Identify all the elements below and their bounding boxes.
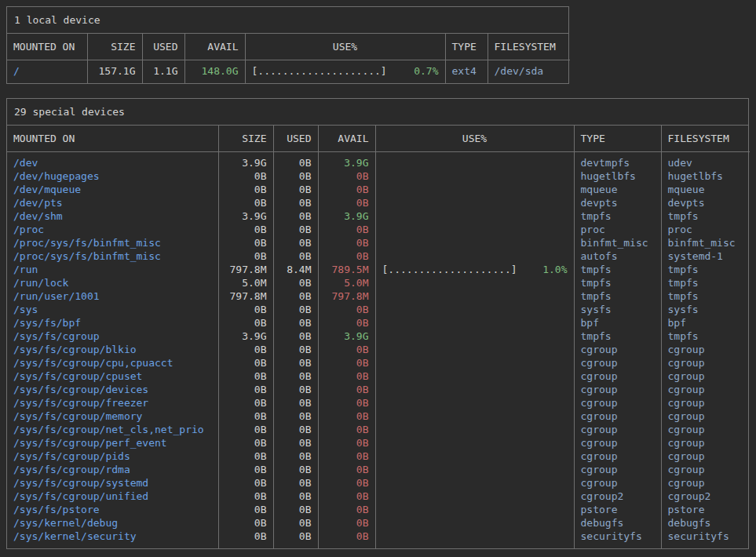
table-row: /run797.8M8.4M789.5M[...................… <box>7 263 750 276</box>
table-row: /dev/shm3.9G0B3.9Gtmpfstmpfs <box>7 209 750 223</box>
type-cell: ext4 <box>445 60 488 84</box>
type-cell: hugetlbfs <box>574 169 661 183</box>
table-row: /sys/fs/bpf0B0B0Bbpfbpf <box>7 316 750 329</box>
usage-cell <box>375 276 574 289</box>
table-row: /sys/fs/cgroup/perf_event0B0B0Bcgroupcgr… <box>7 436 750 450</box>
usage-bar: [....................] <box>382 263 517 276</box>
size-cell: 0B <box>218 463 273 476</box>
usage-cell <box>375 236 574 249</box>
mount-cell: /sys/fs/pstore <box>7 503 218 516</box>
used-cell: 0B <box>273 152 318 170</box>
filesystem-cell: /dev/sda <box>488 60 570 84</box>
col-header-type: TYPE <box>574 126 661 152</box>
usage-cell <box>375 303 574 316</box>
table-row: /dev/mqueue0B0B0Bmqueuemqueue <box>7 183 750 196</box>
mount-cell: /run/user/1001 <box>7 289 218 303</box>
table-row: /sys/fs/cgroup/pids0B0B0Bcgroupcgroup <box>7 450 750 463</box>
used-cell: 1.1G <box>142 60 184 84</box>
used-cell: 0B <box>273 169 318 183</box>
used-cell: 0B <box>273 436 318 450</box>
filesystem-cell: mqueue <box>661 183 750 196</box>
mount-cell: /sys/kernel/security <box>7 530 218 548</box>
avail-cell: 0B <box>318 223 375 236</box>
usage-cell <box>375 516 574 530</box>
mount-cell: /proc/sys/fs/binfmt_misc <box>7 236 218 249</box>
usage-cell <box>375 169 574 183</box>
filesystem-cell: udev <box>661 152 750 170</box>
type-cell: devpts <box>574 196 661 209</box>
table-row: /sys/fs/cgroup/cpuset0B0B0Bcgroupcgroup <box>7 370 750 383</box>
type-cell: debugfs <box>574 516 661 530</box>
col-header-size: SIZE <box>218 126 273 152</box>
size-cell: 0B <box>218 370 273 383</box>
filesystem-cell: cgroup <box>661 410 750 423</box>
usage-cell <box>375 436 574 450</box>
avail-cell: 0B <box>318 343 375 356</box>
usage-cell <box>375 410 574 423</box>
col-header-used: USED <box>142 34 184 60</box>
table-row: /sys/fs/cgroup/net_cls,net_prio0B0B0Bcgr… <box>7 423 750 436</box>
table-row: /run/lock5.0M0B5.0Mtmpfstmpfs <box>7 276 750 289</box>
usage-cell <box>375 196 574 209</box>
avail-cell: 0B <box>318 383 375 396</box>
type-cell: cgroup <box>574 396 661 410</box>
filesystem-cell: devpts <box>661 196 750 209</box>
avail-cell: 3.9G <box>318 152 375 170</box>
type-cell: tmpfs <box>574 263 661 276</box>
filesystem-cell: cgroup <box>661 423 750 436</box>
usage-cell <box>375 396 574 410</box>
size-cell: 0B <box>218 316 273 329</box>
used-cell: 0B <box>273 223 318 236</box>
size-cell: 0B <box>218 249 273 263</box>
used-cell: 0B <box>273 343 318 356</box>
table-row: /157.1G1.1G148.0G[....................]0… <box>7 60 570 84</box>
avail-cell: 3.9G <box>318 329 375 343</box>
avail-cell: 0B <box>318 356 375 370</box>
type-cell: devtmpfs <box>574 152 661 170</box>
used-cell: 0B <box>273 383 318 396</box>
table-row: /proc/sys/fs/binfmt_misc0B0B0Bbinfmt_mis… <box>7 236 750 249</box>
device-table: MOUNTED ONSIZEUSEDAVAILUSE%TYPEFILESYSTE… <box>7 34 570 83</box>
col-header-use-percent: USE% <box>245 34 445 60</box>
col-header-mounted-on: MOUNTED ON <box>7 126 218 152</box>
table-row: /run/user/1001797.8M0B797.8Mtmpfstmpfs <box>7 289 750 303</box>
used-cell: 0B <box>273 183 318 196</box>
filesystem-cell: tmpfs <box>661 263 750 276</box>
usage-cell <box>375 209 574 223</box>
col-header-type: TYPE <box>445 34 488 60</box>
usage-cell <box>375 450 574 463</box>
size-cell: 0B <box>218 516 273 530</box>
avail-cell: 0B <box>318 396 375 410</box>
col-header-size: SIZE <box>87 34 142 60</box>
col-header-avail: AVAIL <box>318 126 375 152</box>
mount-cell: /sys/fs/cgroup/perf_event <box>7 436 218 450</box>
type-cell: autofs <box>574 249 661 263</box>
used-cell: 0B <box>273 503 318 516</box>
type-cell: cgroup <box>574 383 661 396</box>
filesystem-cell: cgroup <box>661 343 750 356</box>
mount-cell: /sys/fs/cgroup/devices <box>7 383 218 396</box>
type-cell: tmpfs <box>574 289 661 303</box>
used-cell: 0B <box>273 356 318 370</box>
avail-cell: 0B <box>318 463 375 476</box>
special-devices-table: 29 special devices MOUNTED ONSIZEUSEDAVA… <box>6 98 749 549</box>
size-cell: 0B <box>218 476 273 490</box>
table-row: /sys/fs/cgroup/blkio0B0B0Bcgroupcgroup <box>7 343 750 356</box>
type-cell: mqueue <box>574 183 661 196</box>
mount-cell: /sys/fs/cgroup/pids <box>7 450 218 463</box>
header-row: MOUNTED ONSIZEUSEDAVAILUSE%TYPEFILESYSTE… <box>7 34 570 60</box>
used-cell: 0B <box>273 450 318 463</box>
used-cell: 0B <box>273 303 318 316</box>
filesystem-cell: cgroup <box>661 356 750 370</box>
usage-cell <box>375 423 574 436</box>
type-cell: securityfs <box>574 530 661 548</box>
mount-cell: /sys/fs/cgroup/unified <box>7 490 218 503</box>
avail-cell: 148.0G <box>184 60 245 84</box>
avail-cell: 0B <box>318 196 375 209</box>
size-cell: 0B <box>218 356 273 370</box>
usage-cell <box>375 476 574 490</box>
usage-cell <box>375 490 574 503</box>
used-cell: 0B <box>273 329 318 343</box>
avail-cell: 0B <box>318 370 375 383</box>
table-row: /proc0B0B0Bprocproc <box>7 223 750 236</box>
